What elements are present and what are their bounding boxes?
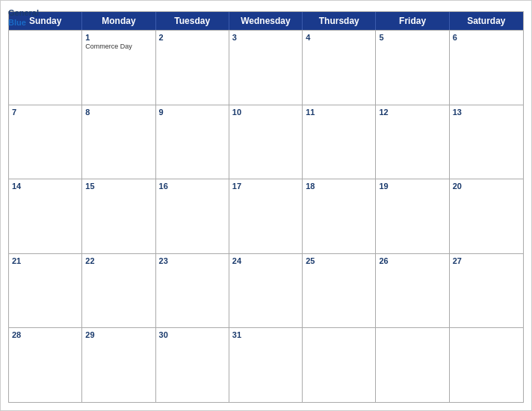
day-cell: 15: [82, 179, 155, 253]
day-cell: 14: [9, 179, 82, 253]
weekday-headers: SundayMondayTuesdayWednesdayThursdayFrid…: [9, 12, 523, 30]
day-number: 31: [232, 330, 299, 339]
day-cell: 5: [376, 31, 449, 105]
day-cell: 16: [156, 179, 229, 253]
weekday-header-thursday: Thursday: [303, 12, 376, 30]
day-number: 18: [306, 182, 372, 191]
week-row-1: 1Commerce Day23456: [9, 30, 523, 105]
day-cell: 9: [156, 105, 229, 179]
weeks-container: 1Commerce Day234567891011121314151617181…: [9, 30, 523, 402]
day-cell: 21: [9, 254, 82, 328]
day-cell: [303, 328, 376, 402]
day-number: 1: [85, 33, 152, 42]
day-cell: 12: [376, 105, 449, 179]
day-number: 28: [12, 330, 78, 339]
day-number: 7: [12, 108, 78, 117]
week-row-4: 21222324252627: [9, 253, 523, 328]
day-cell: 3: [229, 31, 303, 105]
day-number: 25: [306, 256, 372, 265]
day-cell: 11: [303, 105, 376, 179]
day-number: 26: [379, 256, 445, 265]
week-row-5: 28293031: [9, 327, 523, 402]
day-cell: 8: [82, 105, 155, 179]
logo-blue: Blue: [8, 18, 39, 28]
day-number: 12: [379, 108, 445, 117]
day-cell: 31: [229, 328, 303, 402]
day-cell: [376, 328, 449, 402]
day-cell: 4: [303, 31, 376, 105]
day-number: 22: [85, 256, 152, 265]
calendar-container: General Blue SundayMondayTuesdayWednesda…: [0, 0, 532, 411]
day-number: 20: [453, 182, 520, 191]
day-cell: 13: [450, 105, 523, 179]
day-cell: 22: [82, 254, 155, 328]
logo: General Blue: [8, 8, 39, 28]
day-cell: 24: [229, 254, 303, 328]
day-number: 15: [85, 182, 152, 191]
day-cell: 29: [82, 328, 155, 402]
day-number: 30: [159, 330, 226, 339]
day-cell: 27: [450, 254, 523, 328]
day-number: 4: [306, 33, 372, 42]
day-number: 2: [159, 33, 226, 42]
day-number: 3: [232, 33, 299, 42]
day-number: 5: [379, 33, 445, 42]
day-number: 10: [232, 108, 299, 117]
day-cell: 20: [450, 179, 523, 253]
weekday-header-wednesday: Wednesday: [229, 12, 303, 30]
day-number: 8: [85, 108, 152, 117]
day-cell: 1Commerce Day: [82, 31, 155, 105]
calendar-grid: SundayMondayTuesdayWednesdayThursdayFrid…: [8, 11, 524, 403]
day-cell: [450, 328, 523, 402]
day-cell: 2: [156, 31, 229, 105]
weekday-header-monday: Monday: [82, 12, 155, 30]
day-number: 17: [232, 182, 299, 191]
day-number: 16: [159, 182, 226, 191]
day-number: 11: [306, 108, 372, 117]
week-row-3: 14151617181920: [9, 179, 523, 253]
day-cell: 19: [376, 179, 449, 253]
day-number: 29: [85, 330, 152, 339]
day-number: 14: [12, 182, 78, 191]
day-cell: 18: [303, 179, 376, 253]
weekday-header-friday: Friday: [376, 12, 449, 30]
day-cell: 6: [450, 31, 523, 105]
week-row-2: 78910111213: [9, 105, 523, 179]
day-cell: 28: [9, 328, 82, 402]
day-cell: 30: [156, 328, 229, 402]
logo-general: General: [8, 8, 39, 18]
day-cell: 25: [303, 254, 376, 328]
day-number: 21: [12, 256, 78, 265]
day-number: 27: [453, 256, 520, 265]
day-cell: 17: [229, 179, 303, 253]
weekday-header-tuesday: Tuesday: [156, 12, 229, 30]
day-cell: 26: [376, 254, 449, 328]
day-cell: [9, 31, 82, 105]
day-number: 19: [379, 182, 445, 191]
holiday-label: Commerce Day: [85, 43, 152, 51]
day-number: 24: [232, 256, 299, 265]
day-cell: 7: [9, 105, 82, 179]
weekday-header-saturday: Saturday: [450, 12, 523, 30]
day-cell: 23: [156, 254, 229, 328]
day-number: 9: [159, 108, 226, 117]
day-cell: 10: [229, 105, 303, 179]
day-number: 23: [159, 256, 226, 265]
day-number: 6: [453, 33, 520, 42]
day-number: 13: [453, 108, 520, 117]
